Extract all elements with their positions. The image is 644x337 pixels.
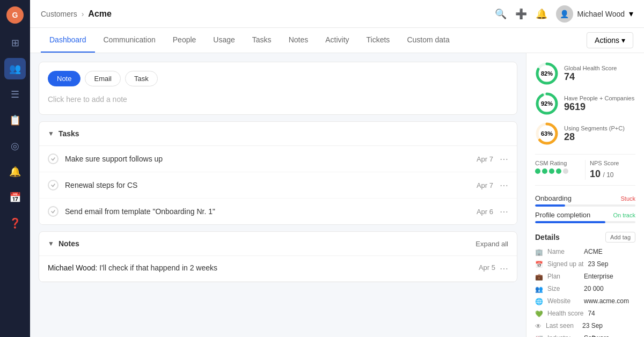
detail-row-website: 🌐 Website www.acme.com [535, 297, 635, 305]
detail-val-health: 74 [588, 310, 595, 317]
bell-icon: 🔔 [9, 166, 21, 178]
calendar-icon: 📅 [9, 192, 21, 203]
detail-row-industry: 🏭 Industry Software [535, 334, 635, 337]
sidebar-item-analytics[interactable]: ◎ [4, 135, 26, 157]
task-date-1: Apr 7 [477, 155, 493, 163]
tab-usage[interactable]: Usage [204, 28, 243, 53]
analytics-icon: ◎ [11, 140, 19, 152]
people-icon: 👥 [9, 63, 21, 75]
header-actions: 🔍 ➕ 🔔 👤 Michael Wood ▾ [495, 5, 633, 23]
note-button[interactable]: Note [48, 71, 80, 86]
detail-val-website: www.acme.com [584, 297, 629, 305]
onboarding-label: Onboarding [535, 194, 572, 202]
ratings-row: CSM Rating NPS Score 10 / 10 [535, 154, 635, 186]
nps-value-row: 10 / 10 [590, 169, 635, 180]
detail-key-signup: Signed up at [547, 260, 583, 268]
task-text-2: Renewal steps for CS [65, 181, 477, 189]
csm-rating: CSM Rating [535, 160, 586, 180]
detail-row-signup: 📅 Signed up at 23 Sep [535, 260, 635, 268]
tab-communication[interactable]: Communication [95, 28, 164, 53]
csm-dots [535, 169, 581, 174]
note-type-buttons: Note Email Task [48, 71, 508, 86]
content-area: Note Email Task Click here to add a note… [30, 53, 644, 337]
health-scores: 82% Global Health Score 74 92% [535, 62, 635, 145]
tab-notes[interactable]: Notes [280, 28, 317, 53]
health-info-people: Have People + Companies 9619 [564, 95, 634, 113]
eye-icon: 👁 [535, 323, 541, 330]
tab-tasks[interactable]: Tasks [244, 28, 280, 53]
note-placeholder[interactable]: Click here to add a note [48, 93, 508, 106]
detail-val-size: 20 000 [584, 285, 604, 292]
task-check-1[interactable] [48, 153, 58, 164]
avatar: 👤 [556, 5, 573, 23]
actions-label: Actions [595, 36, 619, 45]
tab-activity[interactable]: Activity [317, 28, 357, 53]
sidebar: G ⊞ 👥 ☰ 📋 ◎ 🔔 📅 ❓ [0, 0, 30, 337]
detail-val-industry: Software [584, 334, 609, 337]
task-menu-icon-1[interactable]: ⋯ [500, 154, 508, 164]
tabs-actions: Actions ▾ [587, 32, 633, 48]
dot-1 [535, 169, 540, 174]
breadcrumb-parent[interactable]: Customers [41, 10, 77, 18]
sidebar-item-notifications[interactable]: 🔔 [4, 161, 26, 182]
notes-header: ▼ Notes Expand all [39, 232, 517, 256]
sidebar-item-dashboard[interactable]: ⊞ [4, 32, 26, 54]
note-menu-icon[interactable]: ⋯ [500, 263, 508, 274]
nps-total: / 10 [603, 171, 613, 179]
onboarding-status: Stuck [620, 195, 635, 202]
notifications-bell-icon[interactable]: 🔔 [536, 8, 547, 20]
plus-icon[interactable]: ➕ [515, 8, 527, 20]
tasks-collapse-icon[interactable]: ▼ [48, 130, 54, 137]
profile-label: Profile completion [535, 211, 590, 219]
task-date-2: Apr 7 [477, 181, 493, 189]
main-panel: Note Email Task Click here to add a note… [30, 53, 526, 337]
task-menu-icon-3[interactable]: ⋯ [500, 207, 508, 217]
right-panel: 82% Global Health Score 74 92% [526, 53, 644, 337]
actions-button[interactable]: Actions ▾ [587, 32, 633, 48]
globe-icon: 🌐 [535, 298, 543, 305]
task-button[interactable]: Task [125, 71, 158, 86]
note-text: I'll check if that happend in 2 weeks [99, 263, 217, 272]
task-text-1: Make sure support follows up [65, 155, 477, 163]
details-header: Details Add tag [535, 232, 635, 243]
add-tag-button[interactable]: Add tag [605, 232, 635, 243]
nps-score: NPS Score 10 / 10 [586, 160, 635, 180]
tasks-header: ▼ Tasks [39, 122, 517, 146]
detail-val-signup: 23 Sep [588, 260, 608, 268]
user-name[interactable]: Michael Wood [577, 10, 625, 18]
sidebar-item-lists[interactable]: ☰ [4, 84, 26, 105]
expand-all-button[interactable]: Expand all [475, 240, 508, 248]
breadcrumb-separator: › [82, 10, 84, 18]
detail-val-lastseen: 23 Sep [582, 322, 603, 329]
note-author: Michael Wood [48, 263, 95, 272]
user-caret-icon: ▾ [629, 9, 633, 19]
details-title: Details [535, 233, 560, 241]
actions-caret-icon: ▾ [621, 36, 625, 45]
sidebar-item-customers[interactable]: 👥 [4, 58, 26, 79]
tab-custom-data[interactable]: Custom data [398, 28, 458, 53]
tab-people[interactable]: People [164, 28, 205, 53]
task-check-2[interactable] [48, 180, 58, 191]
detail-key-plan: Plan [547, 273, 580, 280]
industry-icon: 🏭 [535, 335, 543, 337]
tab-tickets[interactable]: Tickets [358, 28, 399, 53]
dot-5 [563, 169, 568, 174]
health-percent-global: 82% [541, 70, 553, 77]
sidebar-item-help[interactable]: ❓ [4, 213, 26, 234]
sidebar-item-tasks[interactable]: 📋 [4, 109, 26, 131]
email-button[interactable]: Email [85, 71, 121, 86]
tab-bar: Dashboard Communication People Usage Tas… [30, 28, 644, 53]
health-circle-people: 92% [535, 92, 559, 115]
sidebar-item-calendar[interactable]: 📅 [4, 187, 26, 208]
calendar2-icon: 📅 [535, 261, 543, 268]
progress-profile: Profile completion On track [535, 211, 635, 223]
notes-collapse-icon[interactable]: ▼ [48, 240, 54, 247]
tab-dashboard[interactable]: Dashboard [41, 28, 95, 53]
task-row: Send email from template "Onboarding Nr.… [39, 199, 517, 224]
task-check-3[interactable] [48, 206, 58, 217]
search-icon[interactable]: 🔍 [495, 8, 507, 20]
user-info: 👤 Michael Wood ▾ [556, 5, 633, 23]
progress-onboarding-header: Onboarding Stuck [535, 194, 635, 202]
task-menu-icon-2[interactable]: ⋯ [500, 180, 508, 191]
detail-row-lastseen: 👁 Last seen 23 Sep [535, 322, 635, 330]
